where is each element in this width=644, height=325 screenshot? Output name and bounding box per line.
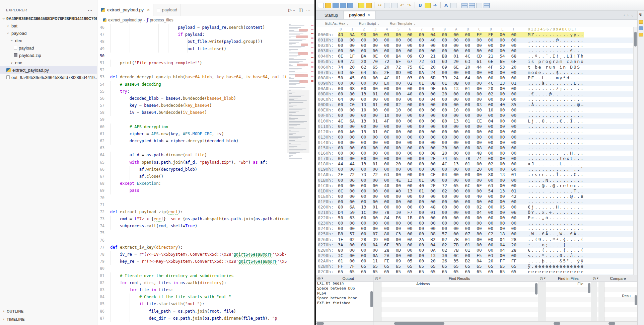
hex-bytes[interactable]: D4591C007810F7000100000004000006	[338, 210, 523, 215]
hex-bytes[interactable]: 00000000000000000020000008000000	[338, 145, 523, 151]
hex-row[interactable]: 0160h:00000000000000000820000048000000..…	[318, 151, 633, 156]
code-line[interactable]: 61cipher = AES.new(key, AES.MODE_CBC, iv…	[97, 131, 314, 138]
code-line[interactable]: 87dec_dir = os.path.join(os.path.dirname…	[97, 315, 314, 322]
paste-icon[interactable]	[391, 3, 398, 8]
code-line[interactable]: 66af.write(decrypted_blob)	[97, 166, 314, 173]
hex-ascii[interactable]: <...*....0..å...	[523, 253, 584, 258]
hex-ascii[interactable]: PE..L...my*d....	[523, 75, 584, 81]
hex-bytes[interactable]: 00000000000000000000000000000000	[338, 226, 523, 231]
sidebar-item-out-9a49fb36e6c3664588dfd78f28fbd4419-[interactable]: out_9a49fb36e6c3664588dfd78f28fbd4419...	[0, 74, 97, 81]
tab-nav-arrows[interactable]: ‹ › ⌄	[624, 13, 637, 19]
hex-row[interactable]: 0000h:4D5A90000300000004000000FFFF0000MZ…	[318, 32, 633, 37]
code-line[interactable]: 53def decode_decrypt_gunzip_blob(base64_…	[97, 74, 314, 81]
hex-row[interactable]: 0250h:B857000780C30000B857000780C21800¸W…	[318, 231, 633, 237]
hex-bytes[interactable]: 0E1FBA0E00B409CD21B8014CCD215468	[338, 54, 523, 59]
hex-row[interactable]: 0050h:69732070726F6772616D2063616E6E6Fis…	[318, 59, 633, 64]
address-icon[interactable]	[425, 3, 431, 8]
code-line[interactable]: 63	[97, 145, 314, 152]
hex-row[interactable]: 00F0h:00000000100000000000000000000000..…	[318, 113, 633, 118]
hex-row[interactable]: 0260h:1E02283900000A2AB2027B0100000428..…	[318, 237, 633, 242]
code-line[interactable]: 68except Exception:	[97, 180, 314, 187]
panel-target-icon[interactable]: ◎	[540, 276, 543, 280]
hex-view[interactable]: 0123456789ABCDEF0123456789ABCDEF0000h:4D…	[316, 27, 637, 275]
hex-ascii[interactable]: .....N..........	[523, 178, 584, 183]
sidebar-item-payload[interactable]: ›payload	[0, 29, 97, 37]
hex-row[interactable]: 0070h:6D6F64652E0D0D0A2400000000000000mo…	[318, 70, 633, 75]
hex-ascii[interactable]: . ..............	[523, 129, 584, 135]
close-icon[interactable]: ×	[147, 7, 150, 12]
code-line[interactable]: 72def extract_payload_zip(encf):	[97, 209, 314, 216]
hex-bytes[interactable]: 6D6F64652E0D0D0A2400000000000000	[338, 70, 523, 75]
find-in-files-header[interactable]: ◎▼ Find in Files	[538, 275, 591, 282]
code-line[interactable]: 85if file.startswith("out_"):	[97, 301, 314, 308]
code-line[interactable]: 62decrypted_blob = cipher.decrypt(decode…	[97, 138, 314, 145]
workspace-folder-icon[interactable]	[639, 20, 643, 24]
hex-row[interactable]: 0090h:00000000E00002010B010B00004C1301..…	[318, 81, 633, 86]
hex-ascii[interactable]: €...(.....{....(	[523, 248, 584, 253]
code-line[interactable]: 58iv = base64.b64decode(iv_base64)	[97, 109, 314, 116]
scrollbar-thumb[interactable]	[394, 322, 444, 325]
panel-target-icon[interactable]: ◎	[593, 276, 596, 280]
hex-row[interactable]: 01D0h:0C00000000A013010002000000541301..…	[318, 188, 633, 194]
hex-ascii[interactable]: MZ..........ÿÿ..	[523, 32, 584, 37]
code-line[interactable]: 64af_d = os.path.dirname(out_file)	[97, 152, 314, 159]
hex-ascii[interactable]: .........text...	[523, 156, 584, 161]
code-line[interactable]: 49out_file.close()	[97, 46, 314, 53]
code-line[interactable]: 82for root, dirs, files in os.walk(direc…	[97, 279, 314, 287]
file-column-header[interactable]: File	[577, 282, 583, 286]
save-as-icon[interactable]	[340, 3, 346, 8]
hex-bytes[interactable]: 00000000000000000820000048000000	[338, 151, 523, 156]
code-line[interactable]: 80	[97, 265, 314, 272]
run-button[interactable]: ▷	[288, 7, 292, 12]
hex-ascii[interactable]: .rsrc...Î....€..	[523, 172, 584, 177]
code-line[interactable]: 47if payload:	[97, 31, 314, 38]
hex-ascii[interactable]: ..º..´.Í!¸.LÍ!Th	[523, 54, 584, 59]
hex-ascii[interactable]: eeeeeeeeeeeeeeee	[523, 274, 584, 275]
hex-row[interactable]: 0220h:5063000084F61B000000000000000000Pc…	[318, 215, 633, 221]
find-results-header[interactable]: ◎▼ Find Results	[373, 275, 538, 282]
scrollbar-thumb[interactable]	[535, 283, 538, 295]
hex-row[interactable]: 0100h:4C6A13014F00000000801301CE040000Lj…	[318, 118, 633, 124]
save-icon[interactable]	[333, 3, 339, 8]
hex-row[interactable]: 01A0h:2E72737263000000CE04000000801301.r…	[318, 172, 633, 177]
highlight-icon[interactable]	[358, 3, 364, 8]
hex-row[interactable]: 01B0h:00060000004E13010000000000000000..…	[318, 178, 633, 183]
panel-target-button[interactable]: ◎▼	[639, 12, 643, 17]
hex-bytes[interactable]: 00000000400000402E72656C6F630000	[338, 183, 523, 188]
hex-row[interactable]: 01C0h:00000000400000402E72656C6F630000..…	[318, 183, 633, 188]
hex-row[interactable]: 0010h:B8000000000000004000000000000000¸.…	[318, 37, 633, 43]
hex-row[interactable]: 0240h:00000000000000000000000000000000..…	[318, 226, 633, 231]
hex-bytes[interactable]: 5063000084F61B000000000000000000	[338, 215, 523, 221]
hex-bytes[interactable]: 00000000000000000000000040000042	[338, 194, 523, 199]
code-line[interactable]: 67af.close()	[97, 173, 314, 180]
hex-row[interactable]: 01E0h:00000000000000000000000040000042..…	[318, 194, 633, 199]
hex-ascii[interactable]: .€....@.. ......	[523, 91, 584, 97]
minimap-viewport[interactable]	[287, 90, 309, 153]
h-scrollbar[interactable]	[591, 321, 637, 325]
hex-ascii[interactable]: ................	[523, 113, 584, 118]
hex-bytes[interactable]: 00000000000000000000000000000000	[338, 135, 523, 140]
hex-row[interactable]: 0140h:00000000000000000000000000000000..…	[318, 140, 633, 145]
hex-ascii[interactable]: ....à........L..	[523, 81, 584, 86]
hex-ascii[interactable]: ¸W..€Ã..¸W..€Â..	[523, 231, 584, 237]
hex-bytes[interactable]: 00000000000000000000000000000000	[338, 140, 523, 145]
code-line[interactable]: 73cmd = f"7z x {encf} -so > {os.path.abs…	[97, 216, 314, 223]
scrollbar-thumb[interactable]	[588, 283, 590, 293]
code-line[interactable]: 84# Check if the file starts with "out_"	[97, 294, 314, 301]
code-line[interactable]: 70	[97, 194, 314, 201]
code-line[interactable]: 81# Iterate over the directory and subdi…	[97, 272, 314, 279]
hex-ascii[interactable]: .À............@…	[523, 102, 584, 107]
hex-bytes[interactable]: 80000000280D00000A027B0100000428	[338, 248, 523, 253]
hex-bytes[interactable]: 504500004C0103006D792A6400000000	[338, 75, 523, 81]
sidebar-item-payload[interactable]: payload	[0, 44, 97, 52]
list-icon[interactable]	[476, 3, 482, 8]
hex-bytes[interactable]: 00001000001000000000100000100000	[338, 107, 523, 113]
hex-ascii[interactable]: ............€...	[523, 48, 584, 54]
panel-target-icon[interactable]: ◎	[317, 276, 321, 280]
hex-ascii[interactable]: ..(9...*².{....(	[523, 237, 584, 242]
hex-ascii[interactable]: ............@..B	[523, 194, 584, 199]
output-panel-header[interactable]: ◎▼ Output	[316, 275, 373, 282]
code-line[interactable]: 71	[97, 201, 314, 209]
hex-row[interactable]: 0080h:504500004C0103006D792A6400000000PE…	[318, 75, 633, 81]
code-line[interactable]: 46payload = payload_re.search(content)	[97, 24, 314, 31]
